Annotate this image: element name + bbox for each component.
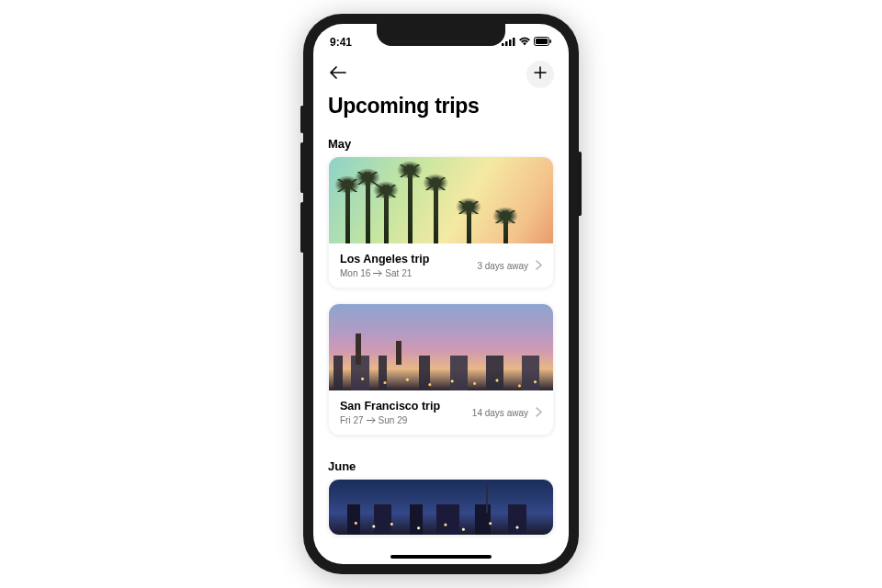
decorative-bridge-tower — [356, 334, 361, 365]
phone-screen: 9:41 — [313, 24, 569, 564]
svg-rect-0 — [502, 43, 504, 46]
status-indicators — [502, 36, 552, 49]
decorative-bridge-tower — [396, 341, 401, 365]
status-time: 9:41 — [330, 36, 380, 49]
arrow-right-icon — [373, 268, 382, 278]
trip-date-to: Sun 29 — [379, 415, 408, 425]
decorative-palm — [345, 185, 350, 243]
trip-card-body: San Francisco trip Fri 27 Sun 29 14 days… — [329, 390, 553, 435]
trip-title: San Francisco trip — [340, 400, 465, 413]
trip-card-los-angeles[interactable]: Los Angeles trip Mon 16 Sat 21 3 days aw… — [328, 156, 554, 288]
decorative-palm — [366, 177, 370, 243]
trip-image — [329, 480, 553, 535]
nav-bar — [313, 55, 569, 94]
svg-rect-1 — [505, 41, 508, 46]
decorative-palm — [503, 216, 508, 243]
arrow-left-icon — [330, 66, 346, 82]
decorative-palm — [384, 190, 389, 243]
back-button[interactable] — [328, 64, 348, 85]
phone-notch — [377, 24, 505, 46]
battery-icon — [534, 36, 552, 49]
trips-scroll-area[interactable]: May Los Angeles trip Mon 16 — [313, 128, 569, 564]
svg-rect-6 — [550, 40, 552, 43]
trip-date-to: Sat 21 — [385, 268, 412, 278]
home-indicator[interactable] — [390, 555, 492, 559]
trip-date-from: Fri 27 — [340, 415, 364, 425]
trip-image — [329, 157, 553, 243]
trip-days-away: 14 days away — [472, 408, 528, 418]
trip-dates: Mon 16 Sat 21 — [340, 268, 469, 278]
chevron-right-icon — [536, 404, 542, 421]
phone-side-button — [579, 152, 582, 216]
decorative-palm — [408, 170, 413, 243]
trip-date-from: Mon 16 — [340, 268, 370, 278]
plus-icon — [534, 66, 547, 83]
add-trip-button[interactable] — [526, 61, 554, 88]
decorative-palm — [467, 207, 471, 243]
svg-rect-2 — [509, 40, 512, 46]
wifi-icon — [518, 36, 531, 49]
month-label-june: June — [328, 450, 554, 479]
page-title: Upcoming trips — [313, 94, 569, 128]
svg-rect-5 — [536, 39, 548, 44]
arrow-right-icon — [367, 415, 376, 425]
trip-card-body: Los Angeles trip Mon 16 Sat 21 3 days aw… — [329, 243, 553, 288]
trip-days-away: 3 days away — [477, 261, 528, 271]
decorative-tower — [486, 485, 488, 513]
chevron-right-icon — [536, 257, 542, 274]
decorative-palm — [434, 183, 438, 243]
svg-rect-3 — [513, 38, 515, 46]
trip-dates: Fri 27 Sun 29 — [340, 415, 465, 425]
trip-title: Los Angeles trip — [340, 253, 469, 266]
trip-card-june-partial[interactable] — [328, 479, 554, 536]
trip-image — [329, 304, 553, 390]
month-label-may: May — [328, 128, 554, 156]
phone-device-frame: 9:41 — [303, 14, 579, 574]
trip-card-san-francisco[interactable]: San Francisco trip Fri 27 Sun 29 14 days… — [328, 303, 554, 435]
